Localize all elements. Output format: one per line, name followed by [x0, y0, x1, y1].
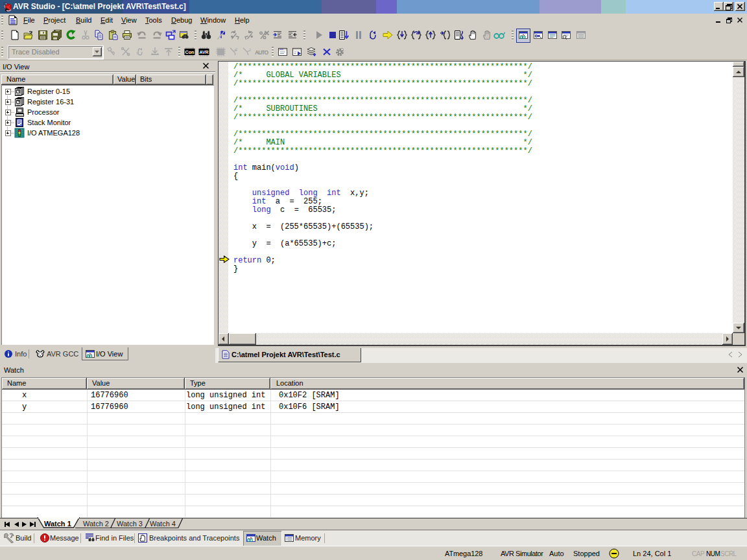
svg-text:AUTO: AUTO [255, 49, 268, 56]
svg-text:2: 2 [249, 48, 252, 52]
svg-text:Con: Con [185, 50, 195, 54]
svg-text:T: T [136, 52, 139, 56]
svg-text:2: 2 [235, 47, 238, 51]
svg-text:AVR: AVR [200, 50, 209, 54]
